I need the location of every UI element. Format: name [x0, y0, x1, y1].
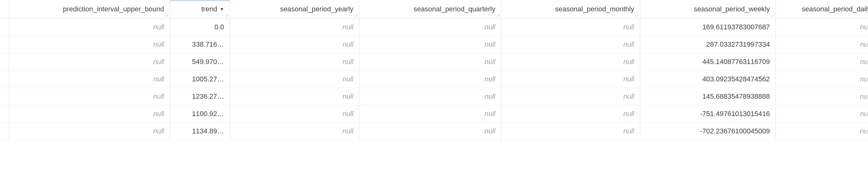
- cell-seasonal_period_weekly[interactable]: 445.14087763116709: [640, 53, 776, 70]
- table-row[interactable]: null1134.89…nullnullnull-702.23676100045…: [0, 123, 868, 140]
- null-value: null: [623, 93, 634, 100]
- null-value: null: [153, 127, 164, 135]
- column-label: seasonal_period_weekly: [694, 5, 770, 13]
- svg-line-10: [771, 14, 774, 17]
- cell-seasonal_period_monthly[interactable]: null: [501, 105, 640, 122]
- cell-seasonal_period_monthly[interactable]: null: [501, 53, 640, 70]
- cell-prediction_interval_upper_bound[interactable]: null: [9, 123, 170, 140]
- cell-seasonal_period_weekly[interactable]: 169.61193783007687: [640, 19, 776, 36]
- cell-seasonal_period_quarterly[interactable]: null: [360, 36, 501, 53]
- table-row[interactable]: null0.0nullnullnull169.61193783007687nul…: [0, 19, 868, 36]
- cell-seasonal_period_quarterly[interactable]: null: [360, 105, 501, 122]
- cell-seasonal_period_daily[interactable]: null: [776, 123, 868, 140]
- cell-seasonal_period_weekly[interactable]: 403.09235428474562: [640, 71, 776, 88]
- cell-seasonal_period_daily[interactable]: null: [776, 36, 868, 53]
- table-row[interactable]: null1005.27…nullnullnull403.092354284745…: [0, 71, 868, 88]
- svg-line-7: [498, 15, 499, 17]
- row-gutter: [0, 71, 9, 88]
- null-value: null: [623, 40, 634, 48]
- cell-trend[interactable]: 1100.92…: [170, 105, 230, 122]
- column-header-seasonal-period-weekly[interactable]: seasonal_period_weekly: [640, 0, 776, 18]
- cell-seasonal_period_weekly[interactable]: 287.0332731997334: [640, 36, 776, 53]
- svg-line-2: [226, 14, 228, 17]
- null-value: null: [343, 58, 353, 66]
- cell-trend[interactable]: 0.0: [170, 19, 230, 36]
- null-value: null: [485, 23, 495, 31]
- cell-seasonal_period_daily[interactable]: null: [776, 88, 868, 105]
- row-gutter: [0, 19, 9, 36]
- cell-seasonal_period_yearly[interactable]: null: [230, 105, 360, 122]
- column-header-seasonal-period-monthly[interactable]: seasonal_period_monthly: [501, 0, 640, 18]
- table-row[interactable]: null1236.27…nullnullnull145.688354789388…: [0, 88, 868, 105]
- cell-seasonal_period_daily[interactable]: null: [776, 105, 868, 122]
- null-value: null: [623, 110, 634, 118]
- column-header-seasonal-period-yearly[interactable]: seasonal_period_yearly: [230, 0, 360, 18]
- cell-prediction_interval_upper_bound[interactable]: null: [9, 105, 170, 122]
- cell-seasonal_period_weekly[interactable]: -751.49761013015416: [640, 105, 776, 122]
- resize-handle-icon[interactable]: [165, 13, 169, 17]
- resize-handle-icon[interactable]: [496, 13, 500, 17]
- table-row[interactable]: null338.716…nullnullnull287.033273199733…: [0, 36, 868, 53]
- cell-seasonal_period_quarterly[interactable]: null: [360, 19, 501, 36]
- cell-seasonal_period_quarterly[interactable]: null: [360, 71, 501, 88]
- table-row[interactable]: null1100.92…nullnullnull-751.49761013015…: [0, 105, 868, 123]
- cell-seasonal_period_monthly[interactable]: null: [501, 123, 640, 140]
- cell-seasonal_period_monthly[interactable]: null: [501, 19, 640, 36]
- column-header-prediction-interval-upper-bound[interactable]: prediction_interval_upper_bound: [9, 0, 170, 18]
- cell-seasonal_period_daily[interactable]: null: [776, 71, 868, 88]
- svg-line-0: [166, 14, 168, 17]
- cell-seasonal_period_yearly[interactable]: null: [230, 19, 360, 36]
- cell-seasonal_period_yearly[interactable]: null: [230, 88, 360, 105]
- cell-prediction_interval_upper_bound[interactable]: null: [9, 36, 170, 53]
- null-value: null: [860, 75, 868, 83]
- null-value: null: [153, 58, 164, 66]
- cell-prediction_interval_upper_bound[interactable]: null: [9, 53, 170, 70]
- cell-seasonal_period_weekly[interactable]: 145.68835478938888: [640, 88, 776, 105]
- cell-seasonal_period_weekly[interactable]: -702.23676100045009: [640, 123, 776, 140]
- cell-seasonal_period_quarterly[interactable]: null: [360, 88, 501, 105]
- svg-line-5: [356, 15, 358, 17]
- cell-seasonal_period_monthly[interactable]: null: [501, 71, 640, 88]
- column-header-seasonal-period-daily[interactable]: seasonal_period_daily: [776, 0, 868, 18]
- cell-trend[interactable]: 1134.89…: [170, 123, 230, 140]
- null-value: null: [623, 58, 634, 66]
- cell-prediction_interval_upper_bound[interactable]: null: [9, 19, 170, 36]
- cell-trend[interactable]: 1236.27…: [170, 88, 230, 105]
- null-value: null: [485, 110, 495, 118]
- cell-trend[interactable]: 1005.27…: [170, 71, 230, 88]
- cell-seasonal_period_daily[interactable]: null: [776, 53, 868, 70]
- cell-seasonal_period_daily[interactable]: null: [776, 19, 868, 36]
- cell-prediction_interval_upper_bound[interactable]: null: [9, 88, 170, 105]
- null-value: null: [485, 75, 495, 83]
- cell-seasonal_period_monthly[interactable]: null: [501, 88, 640, 105]
- resize-handle-icon[interactable]: [225, 13, 229, 17]
- null-value: null: [860, 58, 868, 66]
- column-header-seasonal-period-quarterly[interactable]: seasonal_period_quarterly: [360, 0, 501, 18]
- cell-prediction_interval_upper_bound[interactable]: null: [9, 71, 170, 88]
- column-label: seasonal_period_monthly: [555, 5, 634, 13]
- resize-handle-icon[interactable]: [635, 13, 639, 17]
- null-value: null: [343, 93, 353, 100]
- resize-handle-icon[interactable]: [354, 13, 358, 17]
- column-label: trend: [201, 5, 217, 13]
- null-value: null: [860, 110, 868, 118]
- row-gutter: [0, 88, 9, 105]
- svg-line-3: [227, 15, 228, 17]
- cell-trend[interactable]: 338.716…: [170, 36, 230, 53]
- column-header-trend[interactable]: trend ▼: [170, 0, 230, 18]
- table-header: prediction_interval_upper_bound trend ▼ …: [0, 0, 868, 19]
- svg-line-8: [636, 14, 638, 17]
- cell-seasonal_period_yearly[interactable]: null: [230, 36, 360, 53]
- cell-seasonal_period_monthly[interactable]: null: [501, 36, 640, 53]
- table-row[interactable]: null549.970…nullnullnull445.140877631167…: [0, 53, 868, 71]
- svg-line-6: [497, 14, 499, 17]
- null-value: null: [485, 58, 495, 66]
- cell-seasonal_period_quarterly[interactable]: null: [360, 53, 501, 70]
- cell-seasonal_period_yearly[interactable]: null: [230, 123, 360, 140]
- cell-seasonal_period_yearly[interactable]: null: [230, 71, 360, 88]
- cell-seasonal_period_quarterly[interactable]: null: [360, 123, 501, 140]
- null-value: null: [485, 93, 495, 100]
- cell-trend[interactable]: 549.970…: [170, 53, 230, 70]
- cell-seasonal_period_yearly[interactable]: null: [230, 53, 360, 70]
- resize-handle-icon[interactable]: [771, 13, 775, 17]
